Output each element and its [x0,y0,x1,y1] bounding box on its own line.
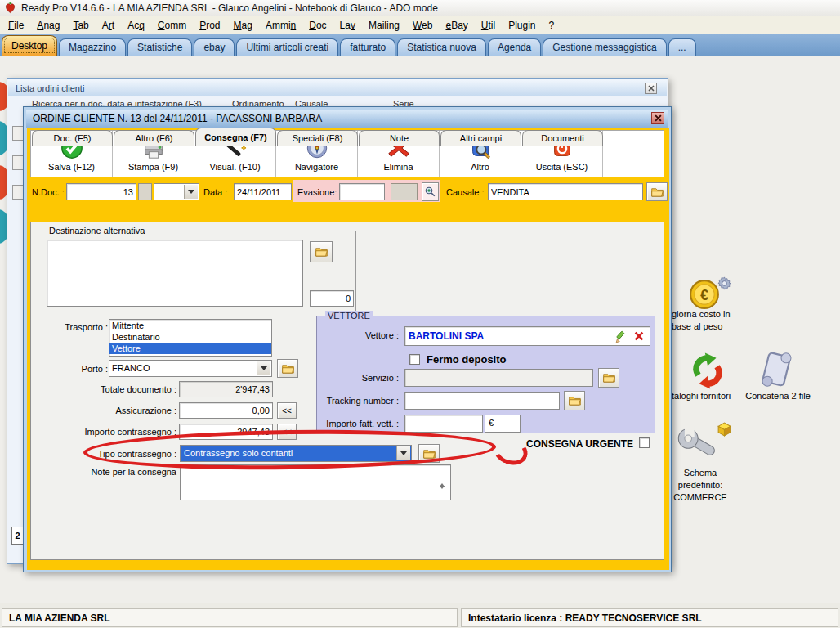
lista-side-button[interactable] [12,155,24,170]
dtab-consegna[interactable]: Consegna (F7) [195,128,276,146]
tipo-contrassegno-combo[interactable]: Contrassegno solo contanti [180,445,412,462]
folder-icon [315,246,328,258]
evasione-input[interactable] [339,183,385,200]
tab-agenda[interactable]: Agenda [488,38,541,56]
destinazione-count-input[interactable] [310,290,354,307]
tracking-input[interactable] [404,392,560,410]
menu-web[interactable]: Web [406,18,439,33]
trasporto-listbox[interactable]: Mittente Destinatario Vettore [109,319,272,357]
desktop-icon-cataloghi-fornitori[interactable] [690,352,725,392]
importo-copy-button[interactable]: << [277,424,297,440]
menu-lav[interactable]: Lav [333,18,362,33]
destinazione-folder-button[interactable] [310,241,333,262]
porto-folder-button[interactable] [277,359,298,378]
data-label: Data : [203,187,227,197]
folder-icon [650,186,664,198]
evasione-search-button[interactable] [422,182,439,201]
porto-combo[interactable]: FRANCO [109,360,272,377]
destinazione-group: Destinazione alternativa [38,231,356,312]
trasporto-option-mittente[interactable]: Mittente [109,320,271,331]
evasione-secondary-box [391,183,418,200]
tab-statistiche[interactable]: Statistiche [127,38,192,56]
menu-help[interactable]: ? [543,18,561,33]
tab-ebay[interactable]: ebay [194,38,235,56]
folder-icon [281,363,295,375]
menu-comm[interactable]: Comm [151,18,193,33]
dropdown-arrow-icon[interactable] [257,361,270,375]
ordine-close-button[interactable] [651,112,664,124]
tab-desktop[interactable]: Desktop [2,35,57,56]
tracking-folder-button[interactable] [564,391,585,410]
lista-side-button[interactable] [12,185,24,200]
importo-contrassegno-input[interactable] [179,424,273,440]
note-consegna-textarea[interactable] [180,464,451,500]
euro-coin-icon: € [689,279,720,310]
tab-gestione-messaggistica[interactable]: Gestione messaggistica [543,38,666,56]
window-titlebar[interactable]: Ready Pro V14.6.6 - LA MIA AZIENDA SRL -… [0,0,840,16]
desktop-icon-schema[interactable] [675,425,719,469]
tipo-contrassegno-label: Tipo contrassegno : [38,449,176,459]
screen: Ready Pro V14.6.6 - LA MIA AZIENDA SRL -… [0,0,840,628]
menu-plugin[interactable]: Plugin [502,18,542,33]
note-scroll-down[interactable] [440,489,445,504]
tab-statistica-nuova[interactable]: Statistica nuova [397,38,486,56]
lista-close-button[interactable] [645,83,657,94]
dtab-altro[interactable]: Altro (F6) [114,130,194,146]
dtab-doc[interactable]: Doc. (F5) [32,130,113,146]
menu-tab[interactable]: Tab [66,18,95,33]
tab-magazzino[interactable]: Magazzino [59,38,126,56]
menu-acq[interactable]: Acq [121,18,151,33]
dropdown-arrow-icon[interactable] [184,185,198,199]
dtab-note[interactable]: Note [359,130,440,146]
desktop-icon-concatena[interactable] [757,350,796,392]
pencil-icon[interactable] [614,330,627,343]
lista-side-button[interactable] [12,126,24,141]
search-plus-icon [424,186,436,198]
tipo-contrassegno-folder-button[interactable] [418,444,440,463]
menu-prod[interactable]: Prod [193,18,226,33]
menu-mailing[interactable]: Mailing [362,18,406,33]
lista-page-indicator: 2 [11,527,24,545]
menu-anag[interactable]: Anag [30,18,66,33]
status-bar: LA MIA AZIENDA SRL Intestatario licenza … [0,603,840,628]
trasporto-option-destinatario[interactable]: Destinatario [109,331,271,343]
close-icon [655,114,662,122]
servizio-folder-button[interactable] [598,368,619,388]
serie-combo[interactable] [154,183,199,200]
data-input[interactable] [234,183,292,200]
menu-mag[interactable]: Mag [227,18,259,33]
vettore-input[interactable]: BARTOLINI SPA [404,326,650,346]
totale-documento-input [179,381,273,397]
dtab-altri-campi[interactable]: Altri campi [440,130,521,146]
assicurazione-copy-button[interactable]: << [277,402,297,419]
menu-file[interactable]: File [2,18,30,33]
ndoc-input[interactable] [66,183,136,200]
causale-input[interactable] [488,183,643,200]
tab-ultimi-articoli[interactable]: Ultimi articoli creati [236,38,338,56]
tab-fatturato[interactable]: fatturato [340,38,395,56]
fermo-deposito-checkbox[interactable] [409,354,420,365]
note-scroll-up[interactable] [440,469,445,484]
desktop-icon-label: Schema predefinito: COMMERCE [668,467,732,504]
clear-x-icon[interactable] [633,330,645,342]
menu-ebay[interactable]: eBay [439,18,474,33]
importo-fatt-input[interactable] [404,415,483,433]
dtab-speciali[interactable]: Speciali (F8) [277,130,358,146]
cube-icon [716,421,733,437]
assicurazione-input[interactable] [179,402,273,419]
causale-folder-button[interactable] [646,182,668,201]
ordine-titlebar[interactable]: ORDINE CLIENTE N. 13 del 24/11/2011 - PA… [26,110,668,128]
dtab-documenti[interactable]: Documenti [522,130,603,146]
status-license: Intestatario licenza : READY TECNOSERVIC… [468,612,702,624]
consegna-urgente-checkbox[interactable] [639,437,650,448]
trasporto-option-vettore[interactable]: Vettore [109,343,271,354]
dropdown-arrow-icon[interactable] [396,446,410,460]
menu-doc[interactable]: Doc [302,18,333,33]
menu-util[interactable]: Util [475,18,502,33]
menu-art[interactable]: Art [96,18,121,33]
tab-more[interactable]: ... [668,38,696,56]
lista-ordini-titlebar[interactable]: Lista ordini clienti [8,79,667,96]
menu-ammin[interactable]: Ammin [259,18,302,33]
destinazione-textarea[interactable] [47,240,303,307]
vettore-label: Vettore : [317,330,399,340]
